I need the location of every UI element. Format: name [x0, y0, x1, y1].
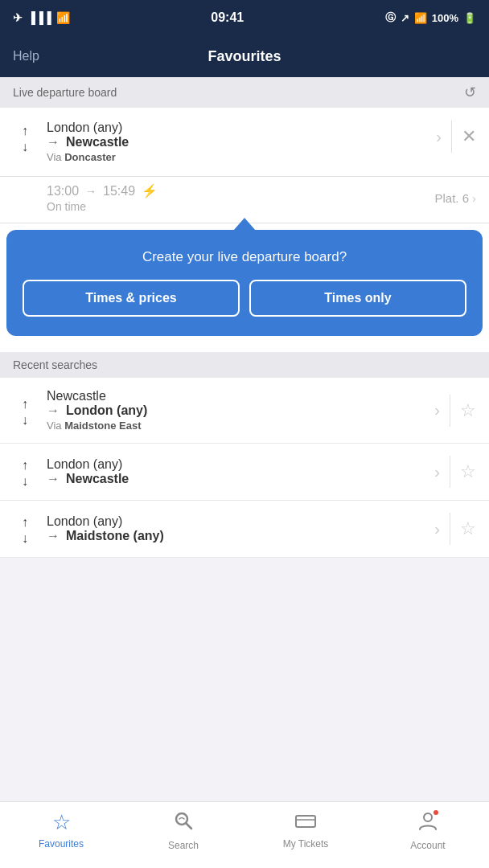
favourite-star-button-1[interactable]: ☆ [460, 400, 476, 421]
svg-rect-2 [296, 816, 315, 827]
nav-label-account: Account [410, 840, 445, 851]
status-bar: ✈ ▐▐▐ 📶 09:41 Ⓖ ↗ 📶 100% 🔋 [0, 0, 489, 35]
status-right: Ⓖ ↗ 📶 100% 🔋 [385, 10, 476, 25]
route-chevron-icon[interactable]: › [436, 128, 442, 146]
bottom-navigation: ☆ Favourites Search My Tickets [0, 801, 489, 868]
recent-from-2: London (any) [47, 457, 425, 472]
recent-divider-2 [450, 456, 450, 488]
status-time: 09:41 [211, 10, 244, 25]
route-from: London (any) [47, 121, 426, 135]
live-departure-section-label: Live departure board ↺ [0, 77, 489, 108]
recent-route-info-1: Newcastle → London (any) Via Maidstone E… [47, 389, 425, 432]
sort-icon-3: ↑ ↓ [13, 512, 37, 546]
route-info: London (any) → Newcastle Via Doncaster [47, 121, 426, 163]
page-title: Favourites [208, 48, 281, 65]
nav-item-favourites[interactable]: ☆ Favourites [29, 810, 93, 850]
recent-from-3: London (any) [47, 514, 425, 529]
nav-item-search[interactable]: Search [151, 810, 216, 851]
bluetooth-icon: 📶 [414, 12, 427, 24]
tickets-icon [295, 810, 316, 835]
recent-to-3: Maidstone (any) [66, 529, 164, 543]
recent-to-2: Newcastle [66, 472, 129, 486]
times-prices-button[interactable]: Times & prices [23, 280, 240, 317]
route-actions: › ✕ [436, 121, 476, 153]
recent-actions-2: › ☆ [434, 456, 476, 488]
location-icon: ↗ [401, 12, 409, 24]
nav-label-favourites: Favourites [39, 838, 84, 850]
help-button[interactable]: Help [13, 49, 39, 63]
sort-icon-2: ↑ ↓ [13, 455, 37, 489]
refresh-icon[interactable]: ↺ [464, 84, 476, 101]
remove-favourite-button[interactable]: ✕ [462, 126, 476, 147]
popup-wrapper: Create your live departure board? Times … [0, 223, 489, 352]
favourites-icon: ☆ [52, 810, 71, 835]
recent-actions-1: › ☆ [434, 395, 476, 427]
time-info-row: 13:00 → 15:49 ⚡ [47, 183, 158, 199]
recent-arrow-icon-3: → [47, 529, 60, 543]
favourite-star-button-3[interactable]: ☆ [460, 518, 476, 539]
search-icon [173, 810, 194, 837]
airplane-icon: ✈ [13, 11, 23, 24]
recent-searches-section-label: Recent searches [0, 352, 489, 378]
svg-line-1 [187, 824, 192, 829]
popup-triangle [233, 218, 256, 231]
wifi-icon: 📶 [56, 11, 70, 24]
status-left: ✈ ▐▐▐ 📶 [13, 11, 70, 24]
favourite-star-button-2[interactable]: ☆ [460, 461, 476, 482]
recent-route-info-2: London (any) → Newcastle [47, 457, 425, 486]
recent-from-1: Newcastle [47, 389, 425, 403]
favourite-route-row[interactable]: ↑ ↓ London (any) → Newcastle Via Doncast… [0, 108, 489, 177]
svg-point-4 [424, 813, 432, 821]
recent-chevron-1[interactable]: › [434, 401, 440, 420]
recent-arrow-icon-2: → [47, 472, 60, 486]
sort-icon-1: ↑ ↓ [13, 394, 37, 428]
platform-info: Plat. 6 › [434, 191, 476, 205]
recent-search-item-3[interactable]: ↑ ↓ London (any) → Maidstone (any) › ☆ [0, 501, 489, 558]
recent-search-item-1[interactable]: ↑ ↓ Newcastle → London (any) Via Maidsto… [0, 378, 489, 444]
app-header: Help Favourites [0, 35, 489, 77]
time-status: 13:00 → 15:49 ⚡ On time [47, 183, 158, 213]
popup-buttons: Times & prices Times only [23, 280, 466, 317]
route-time-row: 13:00 → 15:49 ⚡ On time Plat. 6 › [0, 177, 489, 223]
gps-icon: Ⓖ [385, 10, 396, 25]
platform-chevron-icon: › [472, 191, 476, 205]
recent-to-1: London (any) [66, 403, 147, 418]
time-arrow-icon: → [85, 185, 97, 198]
recent-search-item-2[interactable]: ↑ ↓ London (any) → Newcastle › ☆ [0, 444, 489, 501]
route-via: Via Doncaster [47, 151, 426, 163]
route-to-row: → Newcastle [47, 135, 426, 149]
nav-item-tickets[interactable]: My Tickets [273, 810, 338, 850]
battery-icon: 🔋 [463, 12, 476, 24]
nav-label-tickets: My Tickets [283, 838, 329, 850]
platform-label: Plat. 6 [434, 191, 469, 205]
recent-divider-3 [450, 513, 450, 545]
sort-icon: ↑ ↓ [13, 121, 37, 154]
recent-divider-1 [450, 395, 450, 427]
lightning-icon: ⚡ [142, 183, 158, 199]
vertical-divider [451, 121, 452, 153]
recent-via-1: Via Maidstone East [47, 420, 425, 432]
popup-text: Create your live departure board? [23, 249, 466, 265]
recent-arrow-icon-1: → [47, 403, 60, 418]
battery-label: 100% [432, 12, 458, 24]
account-notification-dot [432, 809, 440, 817]
recent-to-row-1: → London (any) [47, 403, 425, 418]
create-board-popup: Create your live departure board? Times … [6, 230, 483, 336]
signal-icon: ▐▐▐ [27, 11, 51, 24]
recent-actions-3: › ☆ [434, 513, 476, 545]
route-via-place: Doncaster [64, 151, 116, 163]
route-to: Newcastle [66, 135, 129, 149]
content-area: Live departure board ↺ ↑ ↓ London (any) … [0, 77, 489, 624]
recent-to-row-3: → Maidstone (any) [47, 529, 425, 543]
departure-time: 13:00 [47, 184, 79, 199]
nav-item-account[interactable]: Account [396, 810, 460, 851]
recent-chevron-3[interactable]: › [434, 520, 440, 538]
recent-to-row-2: → Newcastle [47, 472, 425, 486]
nav-label-search: Search [168, 840, 199, 851]
on-time-status: On time [47, 200, 158, 213]
recent-chevron-2[interactable]: › [434, 463, 440, 481]
account-icon-wrap [417, 810, 438, 837]
recent-route-info-3: London (any) → Maidstone (any) [47, 514, 425, 543]
times-only-button[interactable]: Times only [249, 280, 466, 317]
arrival-time: 15:49 [103, 184, 135, 199]
